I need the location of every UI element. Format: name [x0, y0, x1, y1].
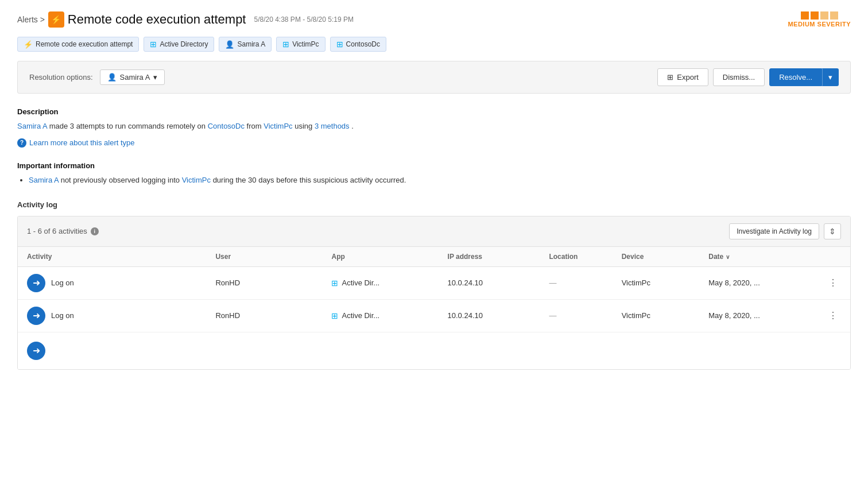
dismiss-button[interactable]: Dismiss... [713, 68, 765, 86]
partial-row-cell: ➜ [18, 332, 850, 369]
col-header-date[interactable]: Date ∨ [699, 247, 815, 267]
activity-count-text: 1 - 6 of 6 activities [27, 227, 87, 235]
row2-user: RonHD [206, 299, 322, 332]
resolution-bar: Resolution options: 👤 Samira A ▾ ⊞ Expor… [17, 61, 851, 94]
page-container: Alerts > ⚡ Remote code execution attempt… [0, 0, 868, 480]
severity-sq1 [801, 11, 809, 20]
col-date-label: Date [708, 253, 723, 261]
desc-link-contosodc[interactable]: ContosoDc [208, 122, 245, 130]
row2-more-button[interactable]: ⋮ [824, 310, 841, 321]
user-icon-small: 👤 [107, 73, 117, 82]
table-row: ➜ Log on RonHD ⊞ Active Dir... 10.0.24.1… [18, 266, 850, 299]
learn-more-label: Learn more about this alert type [29, 138, 135, 147]
row1-location: — [540, 266, 612, 299]
activity-log-section: Activity log 1 - 6 of 6 activities i Inv… [17, 200, 851, 370]
tag-victimpc-label: VictimPc [292, 40, 319, 48]
rce-icon: ⚡ [24, 40, 33, 49]
resolve-dropdown-button[interactable]: ▾ [822, 68, 839, 86]
row2-activity-label: Log on [51, 311, 74, 320]
row2-location-dash: — [549, 311, 556, 320]
important-item: Samira A not previously observed logging… [29, 175, 851, 187]
col-header-device: Device [613, 247, 700, 267]
row1-date: May 8, 2020, ... [699, 266, 815, 299]
row1-app: ⊞ Active Dir... [331, 278, 429, 288]
contosodc-icon: ⊞ [336, 40, 343, 49]
desc-text1: made 3 attempts to run commands remotely… [49, 122, 208, 130]
tag-contosodc[interactable]: ⊞ ContosoDc [330, 37, 386, 52]
col-app-label: App [331, 253, 344, 261]
activity-count: 1 - 6 of 6 activities i [27, 227, 99, 235]
row2-more-actions: ⋮ [815, 299, 850, 332]
col-header-user: User [206, 247, 322, 267]
severity-squares [801, 11, 838, 20]
activity-columns-button[interactable]: ⇕ [824, 223, 841, 239]
col-ip-label: IP address [448, 253, 482, 261]
tag-samira-label: Samira A [237, 40, 265, 48]
col-location-label: Location [549, 253, 578, 261]
activity-log-title: Activity log [17, 200, 851, 209]
row1-activity: ➜ Log on [27, 274, 197, 292]
row2-activity-cell: ➜ Log on [18, 299, 206, 332]
important-link-samira[interactable]: Samira A [29, 176, 59, 184]
tag-rce[interactable]: ⚡ Remote code execution attempt [17, 37, 139, 52]
activity-table-body: ➜ Log on RonHD ⊞ Active Dir... 10.0.24.1… [18, 266, 850, 369]
row1-app-label: Active Dir... [342, 278, 379, 287]
row1-more-button[interactable]: ⋮ [824, 277, 841, 288]
severity-sq3 [820, 11, 828, 20]
col-user-label: User [215, 253, 231, 261]
desc-text3: using [294, 122, 315, 130]
row1-activity-label: Log on [51, 278, 74, 287]
tag-victimpc[interactable]: ⊞ VictimPc [276, 37, 325, 52]
victimpc-icon: ⊞ [282, 40, 289, 49]
col-header-ip: IP address [439, 247, 540, 267]
col-device-label: Device [622, 253, 644, 261]
activity-header-bar: 1 - 6 of 6 activities i Investigate in A… [18, 216, 850, 247]
row2-app-cell: ⊞ Active Dir... [322, 299, 438, 332]
description-body: Samira A made 3 attempts to run commands… [17, 121, 851, 133]
row2-app: ⊞ Active Dir... [331, 311, 429, 320]
export-label: Export [677, 73, 699, 82]
resolution-label: Resolution options: [29, 73, 93, 82]
severity-sq2 [811, 11, 819, 20]
important-link-victimpc[interactable]: VictimPc [182, 176, 211, 184]
tags-bar: ⚡ Remote code execution attempt ⊞ Active… [17, 37, 851, 52]
desc-link-samira[interactable]: Samira A [17, 122, 47, 130]
severity-badge: MEDIUM SEVERITY [788, 11, 851, 28]
activity-table-wrapper: 1 - 6 of 6 activities i Investigate in A… [17, 216, 851, 370]
row1-activity-cell: ➜ Log on [18, 266, 206, 299]
row2-logon-icon: ➜ [27, 307, 45, 325]
resolve-button[interactable]: Resolve... [769, 68, 822, 86]
row2-app-icon: ⊞ [331, 311, 338, 320]
row3-logon-icon: ➜ [27, 342, 45, 360]
ad-icon: ⊞ [150, 40, 157, 49]
tag-ad-label: Active Directory [160, 40, 208, 48]
resolution-user-dropdown[interactable]: 👤 Samira A ▾ [100, 69, 165, 85]
investigate-activity-log-button[interactable]: Investigate in Activity log [729, 223, 819, 239]
page-header: Alerts > ⚡ Remote code execution attempt… [17, 11, 851, 28]
learn-more-link[interactable]: ? Learn more about this alert type [17, 138, 851, 148]
activity-count-info-icon[interactable]: i [91, 227, 99, 235]
row1-device: VictimPc [613, 266, 700, 299]
desc-link-methods[interactable]: 3 methods [315, 122, 350, 130]
severity-label: MEDIUM SEVERITY [788, 21, 851, 28]
breadcrumb: Alerts > [17, 15, 45, 24]
tag-ad[interactable]: ⊞ Active Directory [144, 37, 214, 52]
tag-contosodc-label: ContosoDc [346, 40, 380, 48]
activity-actions: Investigate in Activity log ⇕ [729, 223, 841, 239]
alert-time: 5/8/20 4:38 PM - 5/8/20 5:19 PM [254, 16, 353, 24]
header-left: Alerts > ⚡ Remote code execution attempt… [17, 11, 354, 28]
activity-table: Activity User App IP address Location [18, 247, 850, 369]
important-list: Samira A not previously observed logging… [17, 175, 851, 187]
table-header-row: Activity User App IP address Location [18, 247, 850, 267]
export-button[interactable]: ⊞ Export [657, 68, 708, 86]
resolution-actions: ⊞ Export Dismiss... Resolve... ▾ [657, 68, 839, 86]
table-row-partial: ➜ [18, 332, 850, 369]
dismiss-label: Dismiss... [723, 73, 755, 82]
resolution-user: Samira A [120, 73, 150, 82]
desc-link-victimpc[interactable]: VictimPc [264, 122, 292, 130]
alert-icon: ⚡ [48, 11, 64, 28]
tag-samira[interactable]: 👤 Samira A [219, 37, 272, 52]
export-icon: ⊞ [667, 73, 673, 82]
col-activity-label: Activity [27, 253, 52, 261]
row1-more-actions: ⋮ [815, 266, 850, 299]
